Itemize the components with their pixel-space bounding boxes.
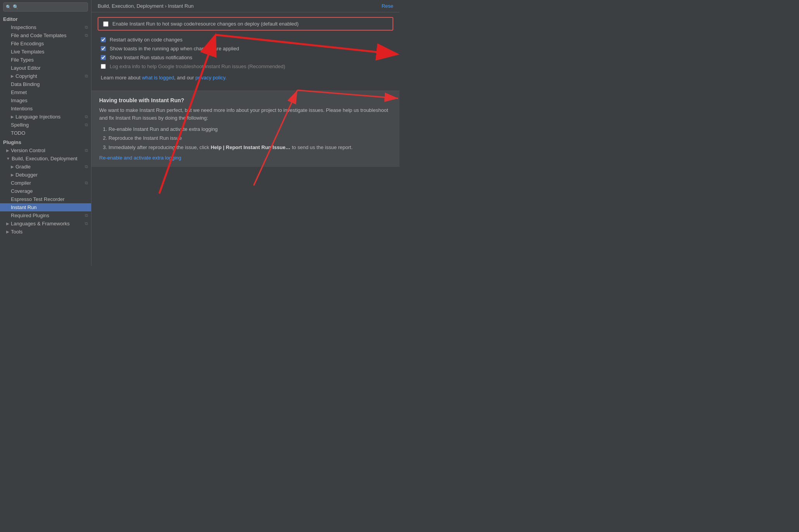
sidebar-section-editor: Editor: [0, 14, 91, 23]
sidebar-item-label: Compiler: [11, 180, 31, 186]
arrow-right-icon: ▶: [11, 115, 14, 119]
sidebar-item-label: Emmet: [11, 89, 27, 95]
arrow-right-icon: ▶: [11, 165, 14, 169]
sidebar-item-tools[interactable]: ▶ Tools: [0, 228, 91, 236]
sidebar-item-espresso-test-recorder[interactable]: Espresso Test Recorder: [0, 195, 91, 203]
log-extra-info-label: Log extra info to help Google troublesho…: [110, 63, 285, 69]
sidebar-item-todo[interactable]: TODO: [0, 129, 91, 137]
sidebar-item-languages-frameworks[interactable]: ▶ Languages & Frameworks ⧉: [0, 220, 91, 228]
restart-activity-checkbox[interactable]: [101, 37, 106, 42]
breadcrumb-bar: Build, Execution, Deployment › Instant R…: [91, 0, 400, 12]
enable-instant-run-row[interactable]: Enable Instant Run to hot swap code/reso…: [98, 17, 393, 31]
sidebar-item-label: Required Plugins: [11, 213, 49, 218]
show-toasts-label: Show toasts in the running app when chan…: [110, 46, 239, 51]
sidebar-item-images[interactable]: Images: [0, 96, 91, 105]
sidebar-item-file-code-templates[interactable]: File and Code Templates ⧉: [0, 31, 91, 39]
log-extra-info-row[interactable]: Log extra info to help Google troublesho…: [98, 62, 393, 71]
copy-icon: ⧉: [85, 221, 88, 226]
privacy-policy-link[interactable]: privacy policy.: [195, 75, 227, 81]
sidebar-section-plugins: Plugins: [0, 137, 91, 146]
arrow-right-icon: ▶: [6, 230, 9, 234]
content-scroll: Enable Instant Run to hot swap code/reso…: [91, 12, 400, 266]
sidebar-item-label: Data Binding: [11, 81, 40, 87]
sidebar-item-gradle[interactable]: ▶ Gradle ⧉: [0, 163, 91, 171]
copy-icon: ⧉: [85, 213, 88, 218]
arrow-right-icon: ▶: [11, 74, 14, 78]
copy-icon: ⧉: [85, 114, 88, 119]
trouble-steps-list: Re-enable Instant Run and activate extra…: [108, 125, 392, 152]
sidebar-item-coverage[interactable]: Coverage: [0, 187, 91, 195]
sidebar-item-label: Tools: [11, 229, 22, 235]
top-section: Enable Instant Run to hot swap code/reso…: [91, 12, 400, 91]
sidebar-item-language-injections[interactable]: ▶ Language Injections ⧉: [0, 113, 91, 121]
sidebar-item-version-control[interactable]: ▶ Version Control ⧉: [0, 146, 91, 154]
sidebar-item-label: Copyright: [15, 73, 37, 79]
sidebar-item-label: Languages & Frameworks: [11, 221, 70, 227]
learn-more-text: Learn more about what is logged, and our…: [98, 71, 393, 84]
search-icon: 🔍: [6, 5, 11, 10]
trouble-step-1: Re-enable Instant Run and activate extra…: [108, 125, 392, 134]
sidebar-item-inspections[interactable]: Inspections ⧉: [0, 23, 91, 31]
sidebar-item-data-binding[interactable]: Data Binding: [0, 80, 91, 88]
sidebar-item-label: TODO: [11, 130, 25, 136]
sidebar-item-debugger[interactable]: ▶ Debugger: [0, 171, 91, 179]
copy-icon: ⧉: [85, 74, 88, 79]
sidebar-item-compiler[interactable]: Compiler ⧉: [0, 179, 91, 187]
trouble-step-3-bold: Help | Report Instant Run Issue…: [211, 144, 291, 150]
trouble-title: Having trouble with Instant Run?: [99, 97, 392, 103]
sidebar-item-label: File Encodings: [11, 41, 44, 46]
sidebar-item-file-encodings[interactable]: File Encodings: [0, 39, 91, 48]
reset-link[interactable]: Rese: [382, 3, 393, 9]
sidebar-item-label: Coverage: [11, 188, 33, 194]
trouble-step-2: Reproduce the Instant Run issue: [108, 134, 392, 142]
arrow-right-icon: ▶: [6, 148, 9, 153]
copy-icon: ⧉: [85, 164, 88, 169]
sidebar-item-spelling[interactable]: Spelling ⧉: [0, 121, 91, 129]
copy-icon: ⧉: [85, 33, 88, 38]
show-toasts-row[interactable]: Show toasts in the running app when chan…: [98, 44, 393, 53]
search-box[interactable]: 🔍: [3, 2, 88, 12]
sidebar-item-label: Language Injections: [15, 114, 60, 120]
show-notifications-row[interactable]: Show Instant Run status notifications: [98, 53, 393, 62]
sidebar-item-instant-run[interactable]: Instant Run: [0, 203, 91, 211]
re-enable-link[interactable]: Re-enable and activate extra logging: [99, 155, 392, 161]
what-is-logged-link[interactable]: what is logged: [142, 75, 174, 81]
sidebar-item-label: Version Control: [11, 148, 45, 153]
arrow-right-icon: ▶: [6, 221, 9, 226]
sidebar-item-label: Instant Run: [11, 204, 37, 210]
sidebar-item-label: Build, Execution, Deployment: [12, 156, 77, 161]
enable-instant-run-checkbox[interactable]: [103, 21, 108, 27]
sidebar-item-build-execution-deployment[interactable]: ▼ Build, Execution, Deployment: [0, 154, 91, 163]
enable-instant-run-label: Enable Instant Run to hot swap code/reso…: [112, 21, 299, 27]
sidebar-item-label: Gradle: [15, 164, 31, 170]
sidebar-item-live-templates[interactable]: Live Templates: [0, 48, 91, 56]
sidebar-item-label: Images: [11, 98, 28, 103]
arrow-right-icon: ▶: [11, 173, 14, 177]
sidebar-item-label: File and Code Templates: [11, 33, 67, 38]
restart-activity-row[interactable]: Restart activity on code changes: [98, 35, 393, 44]
sidebar-item-file-types[interactable]: File Types: [0, 56, 91, 64]
learn-more-middle: , and our: [174, 75, 195, 81]
sidebar-item-intentions[interactable]: Intentions: [0, 105, 91, 113]
sidebar-item-emmet[interactable]: Emmet: [0, 88, 91, 96]
trouble-step-3: Immediately after reproducing the issue,…: [108, 143, 392, 152]
trouble-section: Having trouble with Instant Run? We want…: [91, 91, 400, 167]
sidebar-item-label: Live Templates: [11, 49, 44, 55]
copy-icon: ⧉: [85, 148, 88, 153]
arrow-down-icon: ▼: [6, 156, 10, 161]
sidebar-item-label: Debugger: [15, 172, 38, 178]
search-input[interactable]: [3, 2, 88, 12]
log-extra-info-checkbox[interactable]: [101, 64, 106, 69]
sidebar-item-required-plugins[interactable]: Required Plugins ⧉: [0, 211, 91, 220]
restart-activity-label: Restart activity on code changes: [110, 37, 183, 43]
show-toasts-checkbox[interactable]: [101, 46, 106, 51]
sidebar-item-layout-editor[interactable]: Layout Editor: [0, 64, 91, 72]
copy-icon: ⧉: [85, 25, 88, 30]
copy-icon: ⧉: [85, 180, 88, 185]
sidebar-item-label: Spelling: [11, 122, 29, 128]
show-notifications-checkbox[interactable]: [101, 55, 106, 60]
sidebar-item-label: Intentions: [11, 106, 33, 112]
breadcrumb: Build, Execution, Deployment › Instant R…: [98, 3, 194, 9]
sidebar-item-copyright[interactable]: ▶ Copyright ⧉: [0, 72, 91, 80]
sidebar-item-label: Espresso Test Recorder: [11, 196, 65, 202]
